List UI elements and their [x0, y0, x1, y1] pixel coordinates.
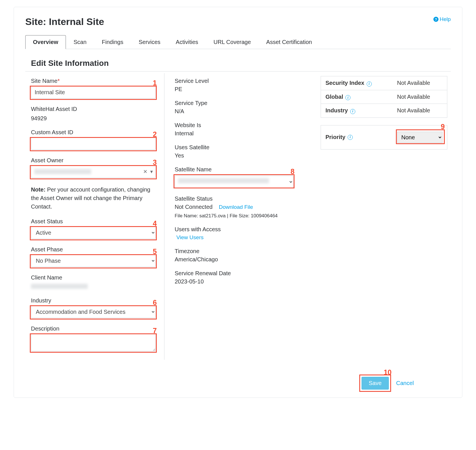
left-column: Site Name* 1 WhiteHat Asset ID 94929 Cus…: [25, 73, 164, 360]
site-name-label-text: Site Name: [31, 78, 57, 84]
custom-id-input[interactable]: [31, 137, 156, 150]
service-level-value: PE: [175, 86, 293, 92]
asset-owner-note: Note: Per your account configuration, ch…: [31, 185, 156, 211]
asset-owner-combo[interactable]: ✕ ▾: [31, 165, 156, 178]
site-name-input[interactable]: [31, 86, 156, 98]
asset-owner-label: Asset Owner: [31, 157, 156, 164]
site-name-label: Site Name*: [31, 78, 156, 84]
global-label: Global: [325, 94, 343, 100]
table-row: Security Indexi Not Available: [321, 76, 447, 90]
whitehat-id-value: 94929: [31, 115, 156, 122]
asset-phase-label: Asset Phase: [31, 246, 156, 253]
actions-bar: Save 10 Cancel: [25, 377, 451, 390]
tab-scan[interactable]: Scan: [66, 35, 94, 49]
custom-id-label: Custom Asset ID: [31, 129, 156, 136]
tab-findings[interactable]: Findings: [94, 35, 131, 49]
service-type-label: Service Type: [175, 100, 293, 106]
info-icon[interactable]: i: [367, 81, 372, 87]
save-button[interactable]: Save: [362, 377, 389, 390]
site-card: Site: Internal Site ? Help Overview Scan…: [14, 7, 462, 398]
help-link[interactable]: ? Help: [433, 16, 451, 22]
marker-9: 9: [441, 123, 445, 131]
marker-1: 1: [153, 79, 157, 87]
file-info: File Name: sat2175.ova | File Size: 1009…: [175, 213, 293, 219]
table-row: Industryi Not Available: [321, 104, 447, 118]
required-star: *: [57, 78, 60, 84]
priority-label: Priority: [325, 134, 345, 140]
marker-5: 5: [153, 247, 157, 256]
note-text: Per your account configuration, changing…: [31, 186, 150, 210]
help-icon: ?: [433, 17, 439, 22]
table-row: Globali Not Available: [321, 90, 447, 104]
tab-activities[interactable]: Activities: [168, 35, 206, 49]
renewal-label: Service Renewal Date: [175, 270, 293, 277]
page-title: Site: Internal Site: [25, 16, 104, 27]
chevron-down-icon[interactable]: ▾: [150, 169, 153, 174]
industry-label: Industry: [31, 297, 156, 304]
note-prefix: Note:: [31, 186, 45, 193]
service-level-label: Service Level: [175, 78, 293, 84]
info-icon[interactable]: i: [345, 95, 350, 100]
industry-select[interactable]: Accommodation and Food Services: [31, 306, 156, 318]
satellite-status-label: Satellite Status: [175, 195, 293, 202]
global-value: Not Available: [393, 90, 447, 104]
industry-metric-label: Industry: [325, 107, 348, 113]
tabs: Overview Scan Findings Services Activiti…: [25, 35, 451, 49]
whitehat-id-label: WhiteHat Asset ID: [31, 106, 156, 112]
tab-overview[interactable]: Overview: [25, 35, 66, 49]
info-icon[interactable]: i: [348, 135, 353, 140]
middle-column: Service Level PE Service Type N/A Websit…: [164, 73, 304, 360]
asset-status-select[interactable]: Active: [31, 226, 156, 239]
timezone-value: America/Chicago: [175, 256, 293, 263]
marker-7: 7: [153, 327, 157, 335]
metrics-table: Security Indexi Not Available Globali No…: [321, 76, 447, 118]
download-file-link[interactable]: Download File: [219, 204, 253, 210]
uses-satellite-label: Uses Satellite: [175, 144, 293, 151]
renewal-value: 2023-05-10: [175, 278, 293, 285]
users-with-access-label: Users with Access: [175, 226, 293, 233]
client-name-label: Client Name: [31, 274, 156, 281]
website-is-value: Internal: [175, 130, 293, 137]
timezone-label: Timezone: [175, 248, 293, 255]
info-icon[interactable]: i: [350, 109, 355, 114]
field-site-name: Site Name* 1: [31, 78, 156, 98]
marker-2: 2: [153, 130, 157, 138]
priority-box: Priority i None 9: [321, 125, 447, 150]
tab-url-coverage[interactable]: URL Coverage: [206, 35, 259, 49]
satellite-name-redacted: [178, 178, 269, 183]
marker-3: 3: [153, 158, 157, 167]
marker-10: 10: [384, 368, 392, 377]
uses-satellite-value: Yes: [175, 152, 293, 159]
satellite-status-value: Not Connected: [175, 204, 212, 210]
section-title: Edit Site Information: [25, 59, 451, 68]
service-type-value: N/A: [175, 108, 293, 115]
marker-4: 4: [153, 219, 157, 228]
asset-phase-select[interactable]: No Phase: [31, 255, 156, 267]
client-name-redacted: [31, 284, 88, 289]
security-index-value: Not Available: [393, 76, 447, 90]
priority-select[interactable]: None: [397, 132, 442, 143]
website-is-label: Website Is: [175, 122, 293, 129]
view-users-link[interactable]: View Users: [176, 234, 204, 240]
description-label: Description: [31, 325, 156, 332]
asset-owner-redacted: [34, 169, 91, 174]
satellite-name-label: Satellite Name: [175, 166, 293, 173]
clear-icon[interactable]: ✕: [143, 169, 147, 174]
help-text: Help: [440, 16, 451, 22]
tab-services[interactable]: Services: [131, 35, 168, 49]
asset-status-label: Asset Status: [31, 218, 156, 225]
description-textarea[interactable]: [31, 334, 156, 351]
marker-8: 8: [291, 167, 295, 176]
marker-6: 6: [153, 298, 157, 307]
cancel-link[interactable]: Cancel: [396, 380, 414, 386]
right-column: Security Indexi Not Available Globali No…: [304, 73, 451, 360]
industry-metric-value: Not Available: [393, 104, 447, 118]
tab-asset-certification[interactable]: Asset Certification: [258, 35, 320, 49]
divider: [25, 71, 451, 72]
security-index-label: Security Index: [325, 80, 364, 86]
